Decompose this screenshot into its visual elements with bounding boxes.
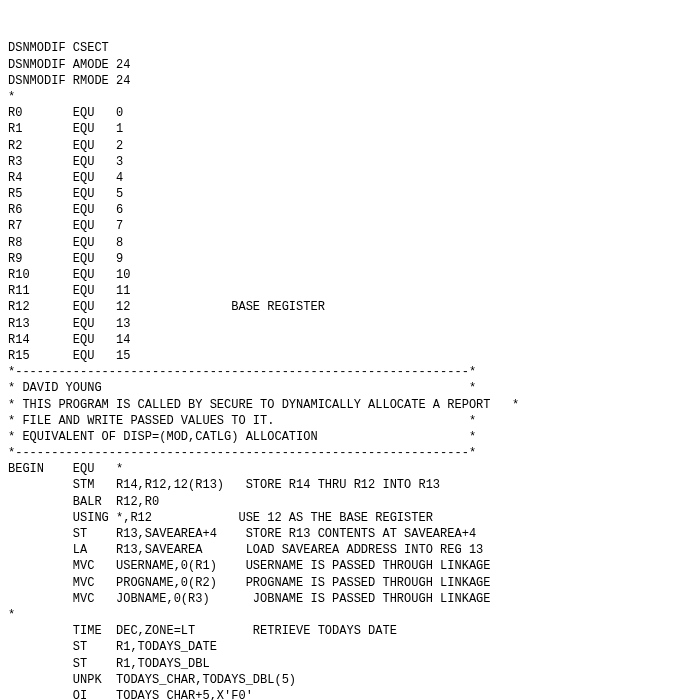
code-line: USING *,R12 USE 12 AS THE BASE REGISTER: [8, 510, 692, 526]
code-line: R3 EQU 3: [8, 154, 692, 170]
code-line: R1 EQU 1: [8, 121, 692, 137]
code-line: R2 EQU 2: [8, 138, 692, 154]
code-line: DSNMODIF RMODE 24: [8, 73, 692, 89]
code-line: R8 EQU 8: [8, 235, 692, 251]
code-line: R12 EQU 12 BASE REGISTER: [8, 299, 692, 315]
code-line: BALR R12,R0: [8, 494, 692, 510]
code-line: R9 EQU 9: [8, 251, 692, 267]
code-line: R13 EQU 13: [8, 316, 692, 332]
code-line: R14 EQU 14: [8, 332, 692, 348]
code-line: MVC JOBNAME,0(R3) JOBNAME IS PASSED THRO…: [8, 591, 692, 607]
code-line: R15 EQU 15: [8, 348, 692, 364]
assembly-listing: DSNMODIF CSECTDSNMODIF AMODE 24DSNMODIF …: [8, 40, 692, 700]
code-line: R7 EQU 7: [8, 218, 692, 234]
code-line: ST R1,TODAYS_DBL: [8, 656, 692, 672]
code-line: UNPK TODAYS_CHAR,TODAYS_DBL(5): [8, 672, 692, 688]
code-line: TIME DEC,ZONE=LT RETRIEVE TODAYS DATE: [8, 623, 692, 639]
code-line: * EQUIVALENT OF DISP=(MOD,CATLG) ALLOCAT…: [8, 429, 692, 445]
code-line: R10 EQU 10: [8, 267, 692, 283]
code-line: R6 EQU 6: [8, 202, 692, 218]
code-line: R5 EQU 5: [8, 186, 692, 202]
code-line: MVC USERNAME,0(R1) USERNAME IS PASSED TH…: [8, 558, 692, 574]
code-line: * DAVID YOUNG *: [8, 380, 692, 396]
code-line: *---------------------------------------…: [8, 445, 692, 461]
code-line: ST R1,TODAYS_DATE: [8, 639, 692, 655]
code-line: * FILE AND WRITE PASSED VALUES TO IT. *: [8, 413, 692, 429]
code-line: R0 EQU 0: [8, 105, 692, 121]
code-line: DSNMODIF AMODE 24: [8, 57, 692, 73]
code-line: *: [8, 607, 692, 623]
code-line: BEGIN EQU *: [8, 461, 692, 477]
code-line: LA R13,SAVEAREA LOAD SAVEAREA ADDRESS IN…: [8, 542, 692, 558]
code-line: *---------------------------------------…: [8, 364, 692, 380]
code-line: *: [8, 89, 692, 105]
code-line: ST R13,SAVEAREA+4 STORE R13 CONTENTS AT …: [8, 526, 692, 542]
code-line: OI TODAYS_CHAR+5,X'F0': [8, 688, 692, 700]
code-line: MVC PROGNAME,0(R2) PROGNAME IS PASSED TH…: [8, 575, 692, 591]
code-line: STM R14,R12,12(R13) STORE R14 THRU R12 I…: [8, 477, 692, 493]
code-line: R4 EQU 4: [8, 170, 692, 186]
code-line: DSNMODIF CSECT: [8, 40, 692, 56]
code-line: * THIS PROGRAM IS CALLED BY SECURE TO DY…: [8, 397, 692, 413]
code-line: R11 EQU 11: [8, 283, 692, 299]
